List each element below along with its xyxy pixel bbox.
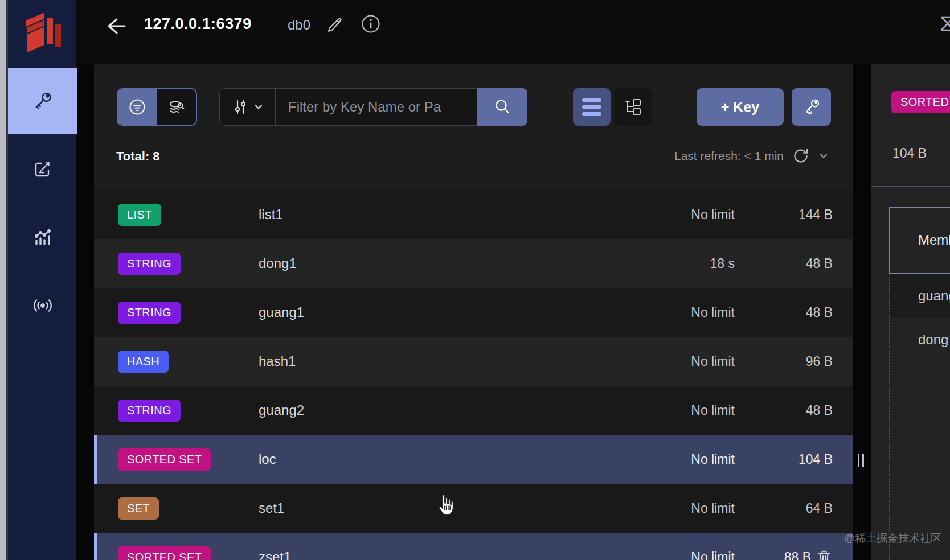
juejin-watermark: @稀土掘金技术社区 xyxy=(844,531,941,546)
key-size: 48 B xyxy=(806,305,833,320)
workbench-edit-icon xyxy=(31,158,54,180)
redisearch-icon xyxy=(166,96,187,118)
key-details-panel: SORTED SET 104 B Member guangdong xyxy=(871,64,950,560)
sliders-icon xyxy=(232,98,249,116)
member-column-header-cell[interactable]: Member xyxy=(889,207,950,274)
key-row[interactable]: SORTED SETlocNo limit104 B xyxy=(94,435,853,484)
selected-row-accent xyxy=(94,533,97,560)
details-divider xyxy=(871,186,950,187)
total-keys-label: Total: 8 xyxy=(116,149,160,164)
key-type-badge: STRING xyxy=(118,253,181,275)
sidebar-item-analytics[interactable] xyxy=(8,204,77,270)
filter-mode-redisearch-button[interactable] xyxy=(157,89,196,125)
refresh-icon[interactable] xyxy=(792,147,810,165)
key-type-badge: STRING xyxy=(118,400,181,422)
key-name: zset1 xyxy=(259,549,291,560)
key-ttl: 18 s xyxy=(710,256,735,271)
window-edge-strip xyxy=(0,0,6,560)
selected-row-accent xyxy=(94,435,97,484)
key-row[interactable]: STRINGdong118 s48 B xyxy=(94,239,853,288)
list-view-button[interactable] xyxy=(573,88,611,126)
key-name: guang1 xyxy=(259,304,304,320)
key-name: loc xyxy=(259,451,276,467)
key-size: 144 B xyxy=(799,207,833,223)
key-name: guang2 xyxy=(259,402,304,418)
filter-by-type-dropdown[interactable] xyxy=(220,89,276,125)
key-ttl: No limit xyxy=(691,354,735,369)
key-name: list1 xyxy=(259,207,283,223)
clipped-hourglass-icon: ⧖ xyxy=(939,9,950,36)
bulk-actions-button[interactable] xyxy=(792,88,831,126)
key-ttl: No limit xyxy=(691,501,735,516)
key-size: 104 B xyxy=(799,452,833,467)
key-ttl: No limit xyxy=(691,305,735,320)
keys-table-body: LISTlist1No limit144 BSTRINGdong118 s48 … xyxy=(94,190,853,560)
key-ttl: No limit xyxy=(691,452,735,467)
key-size: 48 B xyxy=(806,256,833,271)
filter-mode-pattern-button[interactable] xyxy=(118,89,157,125)
key-size-value: 104 B xyxy=(892,146,927,161)
list-view-icon xyxy=(582,98,601,116)
member-value: dong xyxy=(918,332,948,348)
sidebar-item-pubsub[interactable] xyxy=(8,272,77,339)
key-type-badge: SORTED SET xyxy=(891,91,950,113)
delete-key-icon[interactable] xyxy=(816,549,833,560)
key-ttl: No limit xyxy=(691,403,735,418)
key-size: 64 B xyxy=(806,501,833,516)
refresh-settings-chevron-icon[interactable] xyxy=(818,150,829,162)
sidebar-item-workbench[interactable] xyxy=(8,135,77,202)
pubsub-broadcast-icon xyxy=(31,294,54,317)
last-refresh-label: Last refresh: < 1 min xyxy=(674,149,784,163)
key-row[interactable]: STRINGguang2No limit48 B xyxy=(94,386,853,435)
key-type-badge: HASH xyxy=(118,351,169,373)
browser-toolbar: + Key xyxy=(94,64,853,126)
keys-browser-panel: + Key Total: 8 Last refresh: < 1 min LIS… xyxy=(94,64,853,560)
database-address: 127.0.0.1:6379 xyxy=(144,15,252,33)
info-icon[interactable] xyxy=(361,14,381,34)
tree-view-button[interactable] xyxy=(614,88,652,126)
add-key-button[interactable]: + Key xyxy=(697,88,784,126)
key-icon xyxy=(31,90,54,113)
key-row[interactable]: STRINGguang1No limit48 B xyxy=(94,288,853,337)
redis-logo[interactable] xyxy=(8,3,77,60)
database-alias: db0 xyxy=(288,17,310,33)
connection-topbar: 127.0.0.1:6379 db0 ⧖ xyxy=(76,0,950,64)
key-type-badge: STRING xyxy=(118,302,181,324)
member-column-header: Member xyxy=(918,232,950,248)
member-row[interactable]: guang xyxy=(890,274,950,318)
panel-resize-handle[interactable] xyxy=(858,454,864,467)
key-row[interactable]: LISTlist1No limit144 B xyxy=(94,190,853,239)
key-type-badge: SET xyxy=(118,497,159,520)
sidebar-item-browser[interactable] xyxy=(8,68,77,134)
redisinsight-browser-screen: { "topbar": { "back_arrow": "back", "add… xyxy=(0,0,950,560)
search-button[interactable] xyxy=(477,88,527,126)
key-size: 48 B xyxy=(806,403,833,418)
tree-view-icon xyxy=(622,96,644,118)
key-type-badge: LIST xyxy=(118,204,161,226)
key-filter-control xyxy=(219,88,527,126)
key-size: 96 B xyxy=(806,354,833,369)
key-type-badge: SORTED SET xyxy=(118,546,211,560)
key-type-badge: SORTED SET xyxy=(118,448,211,471)
key-name: dong1 xyxy=(259,256,297,271)
chevron-down-icon xyxy=(253,102,264,112)
bulk-key-icon xyxy=(801,96,822,118)
key-ttl: No limit xyxy=(691,207,735,223)
key-size: 88 B xyxy=(784,550,811,560)
view-mode-toggle xyxy=(573,88,652,126)
key-name: set1 xyxy=(259,500,284,516)
analytics-chart-icon xyxy=(31,226,54,249)
key-row[interactable]: HASHhash1No limit96 B xyxy=(94,337,853,386)
sidebar xyxy=(6,0,76,560)
key-ttl: No limit xyxy=(691,550,735,560)
edit-alias-pencil-icon[interactable] xyxy=(325,15,345,34)
member-value: guang xyxy=(918,288,950,304)
member-row[interactable]: dong xyxy=(890,318,950,361)
back-button[interactable] xyxy=(102,14,127,39)
filter-mode-toggle xyxy=(117,88,197,126)
refresh-zone: Last refresh: < 1 min xyxy=(674,147,829,165)
key-row[interactable]: SETset1No limit64 B xyxy=(94,484,853,533)
key-name: hash1 xyxy=(259,353,296,369)
key-row[interactable]: SORTED SETzset1No limit88 B xyxy=(94,533,853,560)
key-filter-input[interactable] xyxy=(276,89,477,125)
